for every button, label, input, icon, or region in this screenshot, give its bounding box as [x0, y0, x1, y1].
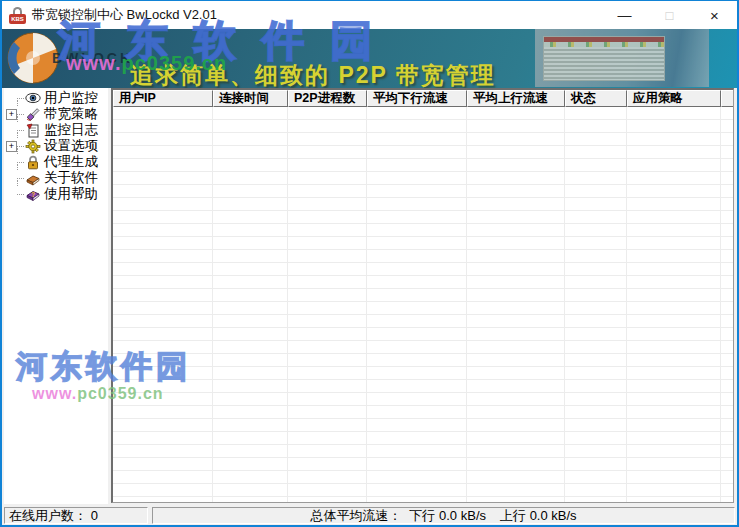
online-users-label: 在线用户数：	[9, 508, 87, 523]
minimize-button[interactable]: —	[602, 1, 647, 29]
column-header-avg-up-speed[interactable]: 平均上行流速	[467, 90, 565, 107]
window-controls: — □ ×	[602, 1, 737, 29]
banner-slogan: 追求简单、细致的 P2P 带宽管理	[130, 60, 496, 88]
column-header-applied-policy[interactable]: 应用策略	[627, 90, 721, 107]
sidebar-item-monitor-log[interactable]: 监控日志	[4, 122, 108, 138]
log-document-icon	[24, 122, 42, 138]
overall-speed-label: 总体平均流速：	[310, 508, 401, 523]
sidebar-item-settings[interactable]: + 设置选项	[4, 138, 108, 154]
online-users-value: 0	[91, 508, 98, 523]
column-header-status[interactable]: 状态	[565, 90, 627, 107]
column-header-avg-down-speed[interactable]: 平均下行流速	[367, 90, 467, 107]
up-speed-value: 0.0 kB/s	[530, 508, 577, 523]
sidebar-item-help[interactable]: ? 使用帮助	[4, 186, 108, 202]
window-title: 带宽锁控制中心 BwLockd V2.01	[32, 6, 217, 24]
sidebar-item-label: 使用帮助	[44, 185, 98, 203]
user-table: 用户IP 连接时间 P2P进程数 平均下行流速 平均上行流速 状态 应用策略	[111, 88, 734, 503]
down-speed-value: 0.0 kB/s	[439, 508, 486, 523]
main-area: 用户监控 + 带宽策略	[2, 88, 737, 504]
down-speed-label: 下行	[409, 508, 435, 523]
close-button[interactable]: ×	[692, 1, 737, 29]
svg-text:?: ?	[31, 190, 35, 197]
title-bar: KBS 带宽锁控制中心 BwLockd V2.01 — □ ×	[2, 1, 737, 29]
sidebar-item-bandwidth-policy[interactable]: + 带宽策略	[4, 106, 108, 122]
padlock-icon	[24, 154, 42, 170]
table-body-empty[interactable]	[113, 107, 733, 502]
expand-plus-icon[interactable]: +	[6, 141, 17, 152]
table-header: 用户IP 连接时间 P2P进程数 平均下行流速 平均上行流速 状态 应用策略	[113, 90, 733, 107]
column-header-user-ip[interactable]: 用户IP	[113, 90, 213, 107]
app-window: KBS 带宽锁控制中心 BwLockd V2.01 — □ × BWLOCK 追…	[0, 0, 739, 527]
column-header-connect-time[interactable]: 连接时间	[213, 90, 288, 107]
sidebar-item-user-monitor[interactable]: 用户监控	[4, 90, 108, 106]
expand-plus-icon[interactable]: +	[6, 109, 17, 120]
bwlock-logo-text: BWLOCK	[52, 50, 133, 66]
policy-pen-icon	[24, 106, 42, 122]
book-icon	[24, 170, 42, 186]
status-bar: 在线用户数： 0 总体平均流速： 下行0.0 kB/s 上行0.0 kB/s	[2, 506, 737, 525]
column-header-filler	[721, 90, 733, 107]
banner-photo	[535, 29, 709, 87]
banner-photo-screenshot	[543, 36, 665, 81]
help-book-icon: ?	[24, 186, 42, 202]
settings-gear-icon	[24, 138, 42, 154]
sidebar-item-about[interactable]: 关于软件	[4, 170, 108, 186]
sidebar-tree: 用户监控 + 带宽策略	[4, 88, 108, 504]
online-users-status: 在线用户数： 0	[4, 507, 148, 524]
column-header-p2p-processes[interactable]: P2P进程数	[288, 90, 367, 107]
sidebar-item-proxy-generate[interactable]: 代理生成	[4, 154, 108, 170]
maximize-button[interactable]: □	[647, 1, 692, 29]
up-speed-label: 上行	[500, 508, 526, 523]
overall-speed-status: 总体平均流速： 下行0.0 kB/s 上行0.0 kB/s	[152, 507, 735, 524]
banner: BWLOCK 追求简单、细致的 P2P 带宽管理	[2, 29, 737, 88]
eye-icon	[24, 90, 42, 106]
app-lock-icon: KBS	[9, 7, 26, 24]
